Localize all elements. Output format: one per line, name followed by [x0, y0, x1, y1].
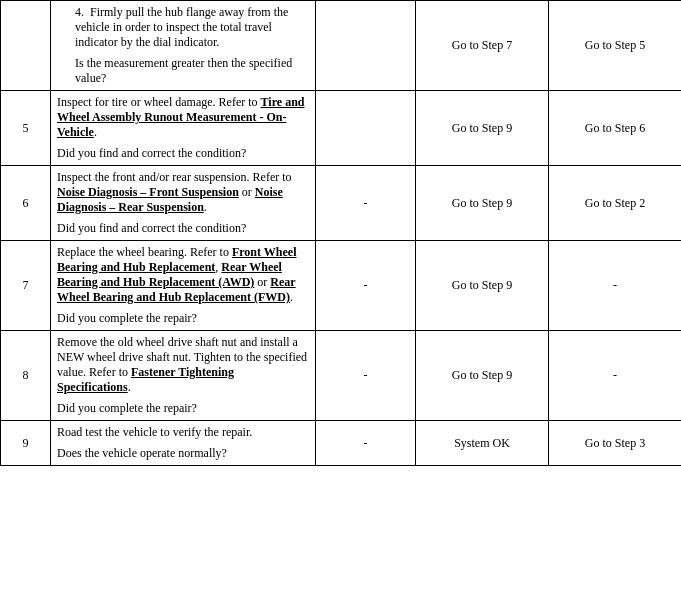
step-number: 4. — [75, 5, 84, 19]
step-cell: 9 — [1, 421, 51, 466]
question-text: Is the measurement greater then the spec… — [75, 56, 307, 86]
no-cell: Go to Step 6 — [549, 91, 682, 166]
table-row: 9 Road test the vehicle to verify the re… — [1, 421, 682, 466]
action-cell: 4. Firmly pull the hub flange away from … — [51, 1, 316, 91]
step-cell: 5 — [1, 91, 51, 166]
step-number: 6 — [23, 196, 29, 210]
question-text: Did you find and correct the condition? — [57, 221, 309, 236]
table-row: 6 Inspect the front and/or rear suspensi… — [1, 166, 682, 241]
value-cell: - — [316, 421, 416, 466]
step-number: 5 — [23, 121, 29, 135]
link-noise-front[interactable]: Noise Diagnosis – Front Suspension — [57, 185, 239, 199]
yes-action: System OK — [454, 436, 510, 450]
value-cell: - — [316, 331, 416, 421]
question-text: Did you find and correct the condition? — [57, 146, 309, 161]
yes-action: Go to Step 9 — [452, 278, 512, 292]
table-row: 7 Replace the wheel bearing. Refer to Fr… — [1, 241, 682, 331]
link-tire-wheel[interactable]: Tire and Wheel Assembly Runout Measureme… — [57, 95, 304, 139]
question-text: Does the vehicle operate normally? — [57, 446, 309, 461]
step-number: 9 — [23, 436, 29, 450]
step-cell: 7 — [1, 241, 51, 331]
step-cell: 6 — [1, 166, 51, 241]
value-cell: - — [316, 241, 416, 331]
action-cell: Replace the wheel bearing. Refer to Fron… — [51, 241, 316, 331]
no-action: - — [613, 368, 617, 382]
no-action: - — [613, 278, 617, 292]
no-cell: Go to Step 5 — [549, 1, 682, 91]
yes-cell: Go to Step 9 — [416, 241, 549, 331]
step-number: 8 — [23, 368, 29, 382]
no-action: Go to Step 5 — [585, 38, 645, 52]
yes-cell: System OK — [416, 421, 549, 466]
table-row: 4. Firmly pull the hub flange away from … — [1, 1, 682, 91]
diagnostic-table: 4. Firmly pull the hub flange away from … — [0, 0, 681, 466]
table-row: 8 Remove the old wheel drive shaft nut a… — [1, 331, 682, 421]
step-cell: 8 — [1, 331, 51, 421]
yes-cell: Go to Step 9 — [416, 91, 549, 166]
yes-cell: Go to Step 7 — [416, 1, 549, 91]
value-cell: - — [316, 166, 416, 241]
action-cell: Remove the old wheel drive shaft nut and… — [51, 331, 316, 421]
yes-action: Go to Step 9 — [452, 196, 512, 210]
yes-action: Go to Step 7 — [452, 38, 512, 52]
no-action: Go to Step 6 — [585, 121, 645, 135]
yes-action: Go to Step 9 — [452, 121, 512, 135]
no-cell: - — [549, 331, 682, 421]
value-cell — [316, 1, 416, 91]
step-cell — [1, 1, 51, 91]
no-action: Go to Step 2 — [585, 196, 645, 210]
link-fastener-specs[interactable]: Fastener Tightening Specifications — [57, 365, 234, 394]
no-action: Go to Step 3 — [585, 436, 645, 450]
no-cell: - — [549, 241, 682, 331]
step-number: 7 — [23, 278, 29, 292]
yes-cell: Go to Step 9 — [416, 331, 549, 421]
action-cell: Inspect the front and/or rear suspension… — [51, 166, 316, 241]
main-table-container: 4. Firmly pull the hub flange away from … — [0, 0, 681, 466]
table-row: 5 Inspect for tire or wheel damage. Refe… — [1, 91, 682, 166]
no-cell: Go to Step 3 — [549, 421, 682, 466]
no-cell: Go to Step 2 — [549, 166, 682, 241]
action-cell: Inspect for tire or wheel damage. Refer … — [51, 91, 316, 166]
yes-action: Go to Step 9 — [452, 368, 512, 382]
question-text: Did you complete the repair? — [57, 401, 309, 416]
action-cell: Road test the vehicle to verify the repa… — [51, 421, 316, 466]
question-text: Did you complete the repair? — [57, 311, 309, 326]
value-cell — [316, 91, 416, 166]
yes-cell: Go to Step 9 — [416, 166, 549, 241]
